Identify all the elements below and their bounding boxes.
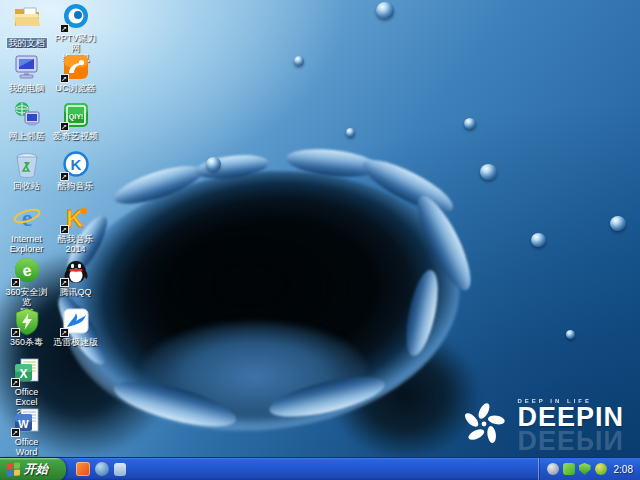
svg-text:QIY!: QIY! (68, 113, 82, 121)
kugou-music-icon: K ↗ (61, 150, 91, 180)
iqiyi-icon: QIY! ↗ (61, 100, 91, 130)
icon-label: 迅雷极速版 (52, 337, 99, 347)
tray-360-orb-icon[interactable] (595, 463, 607, 475)
desktop-screen: DEEP IN LIFE DEEPIN DEEPIN 我的文档 ↗ (0, 0, 640, 480)
excel-icon: X ↗ (12, 356, 42, 386)
icon-label: 酷我音乐 2014 (52, 234, 99, 254)
quick-launch-bar (76, 462, 126, 476)
my-computer-icon (12, 52, 42, 82)
internet-explorer-icon: e (12, 203, 42, 233)
desktop-icon-my-documents[interactable]: 我的文档 (3, 2, 50, 50)
desktop-icon-uc-browser[interactable]: ↗ UC浏览器 (52, 52, 99, 93)
start-button[interactable]: 开始 (0, 458, 66, 480)
shortcut-arrow-icon: ↗ (11, 328, 20, 337)
tray-network-icon[interactable] (563, 463, 575, 475)
my-documents-icon (12, 2, 42, 32)
recycle-bin-icon (12, 150, 42, 180)
water-droplet (206, 157, 221, 171)
water-droplet (610, 216, 626, 231)
water-droplet (376, 2, 394, 19)
quick-launch-ie-icon[interactable] (95, 462, 109, 476)
quick-launch-show-desktop-icon[interactable] (114, 463, 126, 476)
taskbar-clock[interactable]: 2:08 (614, 464, 633, 475)
360-browser-icon: e ↗ (12, 256, 42, 286)
icon-label: 360杀毒 (3, 337, 50, 347)
360-antivirus-shield-icon: ↗ (12, 306, 42, 336)
tray-360-shield-icon[interactable] (579, 463, 591, 475)
qq-penguin-icon: ↗ (61, 256, 91, 286)
icon-label: Internet Explorer (3, 234, 50, 254)
kuwo-music-icon: K ↗ (61, 203, 91, 233)
icon-label: 酷狗音乐 (52, 181, 99, 191)
shortcut-arrow-icon: ↗ (60, 24, 69, 33)
deepin-swirl-icon (461, 401, 507, 447)
windows-flag-icon (7, 462, 20, 476)
water-droplet (566, 330, 575, 339)
water-droplet (346, 128, 355, 137)
desktop-icon-network-places[interactable]: 网上邻居 (3, 100, 50, 141)
taskbar: 开始 2:08 (0, 457, 640, 480)
shortcut-arrow-icon: ↗ (11, 378, 20, 387)
xunlei-bird-icon: ↗ (61, 306, 91, 336)
desktop-icon-iqiyi[interactable]: QIY! ↗ 爱奇艺视频 (52, 100, 99, 141)
shortcut-arrow-icon: ↗ (60, 172, 69, 181)
shortcut-arrow-icon: ↗ (60, 74, 69, 83)
shortcut-arrow-icon: ↗ (60, 278, 69, 287)
start-button-label: 开始 (24, 461, 48, 478)
pptv-icon: ↗ (61, 2, 91, 32)
icon-label: 腾讯QQ (52, 287, 99, 297)
icon-label: 网上邻居 (3, 131, 50, 141)
tray-device-icon[interactable] (547, 463, 559, 475)
deepin-logo: DEEP IN LIFE DEEPIN DEEPIN (461, 398, 624, 450)
desktop-icon-kugou[interactable]: K ↗ 酷狗音乐 (52, 150, 99, 191)
shortcut-arrow-icon: ↗ (60, 328, 69, 337)
icon-label: UC浏览器 (52, 83, 99, 93)
svg-text:K: K (70, 156, 81, 173)
icon-label: 回收站 (3, 181, 50, 191)
svg-text:e: e (21, 205, 32, 231)
uc-browser-icon: ↗ (61, 52, 91, 82)
desktop-icon-my-computer[interactable]: 我的电脑 (3, 52, 50, 93)
svg-text:X: X (19, 367, 27, 381)
icon-label: 爱奇艺视频 (52, 131, 99, 141)
desktop-icon-qq[interactable]: ↗ 腾讯QQ (52, 256, 99, 297)
desktop-icon-recycle-bin[interactable]: 回收站 (3, 150, 50, 191)
icon-label: 我的电脑 (3, 83, 50, 93)
water-droplet (464, 118, 476, 129)
shortcut-arrow-icon: ↗ (11, 428, 20, 437)
network-places-icon (12, 100, 42, 130)
desktop-icon-xunlei[interactable]: ↗ 迅雷极速版 (52, 306, 99, 347)
quick-launch-app-icon[interactable] (76, 462, 90, 476)
water-droplet (480, 164, 497, 180)
brand-reflection: DEEPIN (517, 430, 624, 450)
icon-label: 我的文档 (7, 38, 47, 48)
water-droplet (531, 233, 546, 247)
desktop-icon-kuwo[interactable]: K ↗ 酷我音乐 2014 (52, 203, 99, 254)
system-tray: 2:08 (538, 458, 640, 480)
shortcut-arrow-icon: ↗ (11, 278, 20, 287)
shortcut-arrow-icon: ↗ (60, 225, 69, 234)
water-droplet (294, 56, 304, 66)
shortcut-arrow-icon: ↗ (60, 122, 69, 131)
word-icon: W ↗ (12, 406, 42, 436)
brand-tagline: DEEP IN LIFE (517, 398, 624, 404)
desktop-icon-internet-explorer[interactable]: e Internet Explorer (3, 203, 50, 254)
desktop-icon-360-antivirus[interactable]: ↗ 360杀毒 (3, 306, 50, 347)
